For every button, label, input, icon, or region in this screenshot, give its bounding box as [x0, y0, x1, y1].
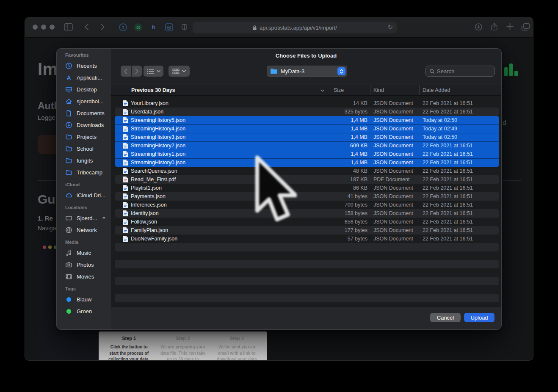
close-window-button[interactable] [33, 25, 38, 30]
back-icon[interactable] [85, 24, 88, 30]
file-size: 1,4 MB [306, 117, 367, 123]
extension-icon[interactable]: ◎ [165, 23, 173, 31]
file-row[interactable]: StreamingHistory2.json609 KBJSON Documen… [115, 141, 499, 150]
empty-row [115, 294, 499, 302]
zoom-window-button[interactable] [50, 25, 55, 30]
sidebar-item-label: Photos [77, 262, 94, 268]
file-row[interactable]: DuoNewFamily.json57 bytesJSON Document22… [115, 235, 499, 243]
page-step-column: Step 3We've sent you an email with a lin… [210, 336, 264, 361]
cancel-button[interactable]: Cancel [430, 313, 461, 322]
file-row[interactable]: Follow.json656 bytesJSON Document22 Feb … [115, 218, 499, 226]
column-header-name[interactable]: Previous 30 Days [131, 87, 175, 93]
document-icon [123, 142, 128, 149]
column-header-date[interactable]: Date Added [423, 87, 450, 93]
grammarly-extension-icon[interactable]: G [134, 23, 142, 31]
group-by-button[interactable] [169, 66, 190, 77]
file-kind: JSON Document [373, 160, 413, 166]
folder-icon [65, 145, 72, 152]
sidebar-item-tribecamp[interactable]: Tribecamp [57, 166, 111, 178]
file-row[interactable]: Payments.json41 bytesJSON Document22 Feb… [115, 192, 499, 201]
document-icon [123, 134, 128, 141]
folder-select[interactable]: MyData-3 [267, 66, 347, 77]
search-input[interactable]: Search [425, 66, 495, 77]
sidebar-item-school[interactable]: School [57, 143, 111, 155]
url-bar[interactable]: api.spotistats.app/api/v1/import/ ↻ [193, 22, 397, 33]
eject-icon[interactable] [101, 215, 107, 221]
sidebar-item-icloud-dri[interactable]: iCloud Dri... [57, 189, 111, 201]
shield-extension-icon[interactable] [181, 23, 188, 31]
tab-overview-icon[interactable] [521, 23, 530, 31]
sidebar-item-recents[interactable]: Recents [57, 60, 111, 72]
file-row[interactable]: Playlist1.json86 KBJSON Document22 Feb 2… [115, 184, 499, 192]
file-kind: JSON Document [373, 143, 413, 149]
file-row[interactable]: StreamingHistory1.json1,4 MBJSON Documen… [115, 150, 499, 158]
file-row[interactable]: StreamingHistory3.json1,4 MBJSON Documen… [115, 133, 499, 141]
minimize-window-button[interactable] [41, 25, 46, 30]
sidebar-section-label: Locations [57, 205, 111, 212]
step-title: Step 1 [106, 336, 152, 341]
sidebar-item-applicati[interactable]: Applicati... [57, 72, 111, 83]
sidebar-item-fungits[interactable]: fungits [57, 155, 111, 166]
sidebar-item-sjoerd[interactable]: Sjoerd... [57, 212, 111, 224]
sidebar-item-desktop[interactable]: Desktop [57, 83, 111, 95]
sidebar-item-blauw[interactable]: Blauw [57, 293, 111, 305]
file-row[interactable]: Inferences.json700 bytesJSON Document22 … [115, 201, 499, 209]
file-name: Follow.json [131, 219, 157, 225]
file-row[interactable]: Userdata.json325 bytesJSON Document22 Fe… [115, 108, 499, 116]
honey-extension-icon[interactable]: h [149, 23, 157, 31]
document-icon [123, 168, 128, 174]
back-button[interactable] [121, 66, 131, 77]
file-row[interactable]: FamilyPlan.json177 bytesJSON Document22 … [115, 226, 499, 235]
file-name: Read_Me_First.pdf [131, 177, 176, 182]
document-icon [123, 227, 128, 234]
downloads-icon[interactable] [475, 23, 483, 31]
sidebar-item-network[interactable]: Network [57, 224, 111, 236]
onepassword-extension-icon[interactable]: 1 [119, 23, 127, 31]
page-step-column: Step 2We are preparing your data file. T… [156, 336, 210, 361]
column-header-kind[interactable]: Kind [373, 87, 384, 93]
sidebar-item-documents[interactable]: Documents [57, 107, 111, 119]
sidebar-item-label: fungits [77, 157, 93, 164]
column-header-size[interactable]: Size [334, 87, 344, 93]
reload-icon[interactable]: ↻ [387, 23, 393, 31]
file-size: 700 bytes [306, 202, 367, 208]
file-row[interactable]: Identity.json158 bytesJSON Document22 Fe… [115, 209, 499, 218]
sidebar-item-movies[interactable]: Movies [57, 271, 111, 282]
sidebar-item-groen[interactable]: Groen [57, 305, 111, 317]
share-icon[interactable] [491, 22, 498, 31]
sort-chevron-icon[interactable] [320, 87, 324, 93]
sidebar-item-downloads[interactable]: Downloads [57, 119, 111, 131]
list-view-button[interactable] [144, 66, 163, 77]
sidebar-item-label: Desktop [77, 86, 97, 93]
lock-icon [252, 25, 257, 30]
document-icon [123, 100, 128, 107]
chevron-down-icon [157, 70, 160, 72]
new-tab-icon[interactable] [506, 23, 514, 30]
file-size: 1,4 MB [306, 151, 367, 157]
sidebar-toggle-icon[interactable] [64, 23, 73, 31]
file-kind: JSON Document [373, 185, 413, 191]
sidebar-item-label: School [77, 146, 94, 152]
sidebar-item-music[interactable]: Music [57, 247, 111, 259]
file-name: SearchQueries.json [131, 168, 177, 174]
file-row[interactable]: Read_Me_First.pdf187 KBPDF Document22 Fe… [115, 175, 499, 184]
sidebar-item-projects[interactable]: Projects [57, 131, 111, 143]
file-row[interactable]: StreamingHistory4.json1,4 MBJSON Documen… [115, 124, 499, 133]
sidebar-item-label: Sjoerd... [77, 215, 97, 221]
sidebar-item-photos[interactable]: Photos [57, 259, 111, 271]
forward-button[interactable] [132, 66, 142, 77]
sidebar-item-sjoerdbol[interactable]: sjoerdbol... [57, 95, 111, 107]
spotistats-logo-icon [504, 63, 519, 76]
file-name: Payments.json [131, 193, 166, 199]
file-row[interactable]: YourLibrary.json14 KBJSON Document22 Feb… [115, 99, 499, 108]
sidebar-item-label: Groen [77, 308, 92, 315]
upload-button[interactable]: Upload [464, 313, 494, 322]
forward-icon[interactable] [101, 24, 105, 30]
file-row[interactable]: SearchQueries.json48 KBJSON Document22 F… [115, 167, 499, 175]
empty-row [115, 285, 499, 294]
file-row[interactable]: StreamingHistory5.json1,4 MBJSON Documen… [115, 116, 499, 124]
document-icon [123, 193, 128, 200]
file-size: 177 bytes [306, 227, 367, 233]
file-row[interactable]: StreamingHistory0.json1,4 MBJSON Documen… [115, 158, 499, 167]
file-kind: JSON Document [373, 219, 413, 225]
